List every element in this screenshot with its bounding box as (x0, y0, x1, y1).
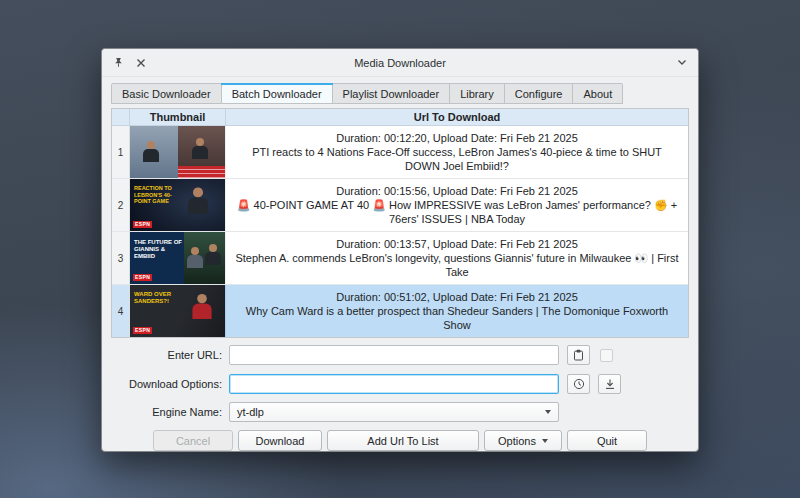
import-options-button[interactable] (598, 374, 621, 394)
table-corner-header (112, 109, 130, 125)
app-window: Media Downloader Basic Downloader Batch … (101, 48, 699, 452)
tab-playlist-downloader[interactable]: Playlist Downloader (333, 83, 451, 104)
options-button[interactable]: Options (484, 430, 562, 451)
espn-logo: ESPN (133, 274, 152, 281)
video-meta: Duration: 00:12:20, Upload Date: Fri Feb… (234, 131, 680, 145)
action-button-row: Cancel Download Add Url To List Options … (102, 430, 698, 451)
table-row-selected[interactable]: 4 WARD OVER SANDERS?! ESPN Duration: 00:… (112, 285, 688, 337)
video-meta: Duration: 00:15:56, Upload Date: Fri Feb… (234, 184, 680, 198)
enter-url-row: Enter URL: (111, 345, 689, 365)
engine-name-row: Engine Name: yt-dlp (111, 402, 689, 422)
enter-url-label: Enter URL: (111, 349, 229, 361)
download-button[interactable]: Download (238, 430, 322, 451)
url-cell: Duration: 00:13:57, Upload Date: Fri Feb… (226, 232, 688, 284)
download-options-row: Download Options: (111, 374, 689, 394)
download-options-input[interactable] (229, 374, 559, 394)
video-title: PTI reacts to 4 Nations Face-Off success… (234, 145, 680, 174)
video-thumbnail (130, 126, 225, 178)
table-row[interactable]: 3 THE FUTURE OF GIANNIS & EMBIID ESPN Du… (112, 232, 688, 285)
video-meta: Duration: 00:13:57, Upload Date: Fri Feb… (234, 237, 680, 251)
download-options-label: Download Options: (111, 378, 229, 390)
options-button-label: Options (498, 435, 536, 447)
espn-logo: ESPN (133, 221, 152, 228)
tab-about[interactable]: About (573, 83, 623, 104)
video-meta: Duration: 00:51:02, Upload Date: Fri Feb… (234, 290, 680, 304)
tab-batch-downloader[interactable]: Batch Downloader (222, 83, 333, 104)
cancel-button: Cancel (153, 430, 233, 451)
add-url-to-list-button[interactable]: Add Url To List (327, 430, 479, 451)
table-header: Thumbnail Url To Download (112, 109, 688, 126)
thumbnail-cell: THE FUTURE OF GIANNIS & EMBIID ESPN (130, 232, 226, 284)
table-row[interactable]: 2 REACTION TO LEBRON'S 40-POINT GAME ESP… (112, 179, 688, 232)
clipboard-icon (573, 349, 584, 361)
quit-button[interactable]: Quit (567, 430, 647, 451)
download-list-table: Thumbnail Url To Download 1 Duration: (111, 108, 689, 338)
thumbnail-caption: WARD OVER SANDERS?! (134, 291, 180, 305)
chevron-down-icon (542, 439, 548, 443)
titlebar[interactable]: Media Downloader (102, 49, 698, 77)
row-number: 3 (112, 232, 130, 284)
clock-icon (573, 378, 585, 390)
espn-logo: ESPN (133, 327, 152, 334)
thumbnail-cell: REACTION TO LEBRON'S 40-POINT GAME ESPN (130, 179, 226, 231)
video-thumbnail: WARD OVER SANDERS?! ESPN (130, 285, 225, 337)
row-number: 1 (112, 126, 130, 178)
column-header-url: Url To Download (226, 111, 688, 123)
url-cell: Duration: 00:51:02, Upload Date: Fri Feb… (226, 285, 688, 337)
url-cell: Duration: 00:15:56, Upload Date: Fri Feb… (226, 179, 688, 231)
chevron-down-icon (545, 410, 551, 414)
paste-clipboard-button[interactable] (567, 345, 590, 365)
url-checkbox[interactable] (600, 349, 613, 362)
engine-name-label: Engine Name: (111, 406, 229, 418)
video-thumbnail: THE FUTURE OF GIANNIS & EMBIID ESPN (130, 232, 225, 284)
tab-basic-downloader[interactable]: Basic Downloader (111, 83, 222, 104)
pin-icon[interactable] (111, 56, 125, 70)
thumbnail-caption: THE FUTURE OF GIANNIS & EMBIID (134, 239, 182, 261)
engine-name-select[interactable]: yt-dlp (229, 402, 559, 422)
tab-library[interactable]: Library (450, 83, 505, 104)
tab-bar: Basic Downloader Batch Downloader Playli… (111, 83, 698, 104)
column-header-thumbnail: Thumbnail (130, 109, 226, 125)
tab-configure[interactable]: Configure (505, 83, 574, 104)
video-thumbnail: REACTION TO LEBRON'S 40-POINT GAME ESPN (130, 179, 225, 231)
window-title: Media Downloader (102, 57, 698, 69)
thumbnail-caption: REACTION TO LEBRON'S 40-POINT GAME (134, 185, 184, 205)
video-title: 🚨 40-POINT GAME AT 40 🚨 How IMPRESSIVE w… (234, 198, 680, 227)
thumbnail-cell (130, 126, 226, 178)
url-cell: Duration: 00:12:20, Upload Date: Fri Feb… (226, 126, 688, 178)
download-arrow-icon (604, 378, 616, 390)
close-icon[interactable] (134, 56, 148, 70)
thumbnail-cell: WARD OVER SANDERS?! ESPN (130, 285, 226, 337)
video-title: Why Cam Ward is a better prospect than S… (234, 304, 680, 333)
history-button[interactable] (567, 374, 590, 394)
desktop-background: Media Downloader Basic Downloader Batch … (0, 0, 800, 498)
video-title: Stephen A. commends LeBron's longevity, … (234, 251, 680, 280)
row-number: 2 (112, 179, 130, 231)
enter-url-input[interactable] (229, 345, 559, 365)
titlebar-menu-button[interactable] (675, 56, 689, 70)
table-row[interactable]: 1 Duration: 00:12:20, Upload Date: Fri F… (112, 126, 688, 179)
engine-name-value: yt-dlp (237, 406, 264, 418)
row-number: 4 (112, 285, 130, 337)
